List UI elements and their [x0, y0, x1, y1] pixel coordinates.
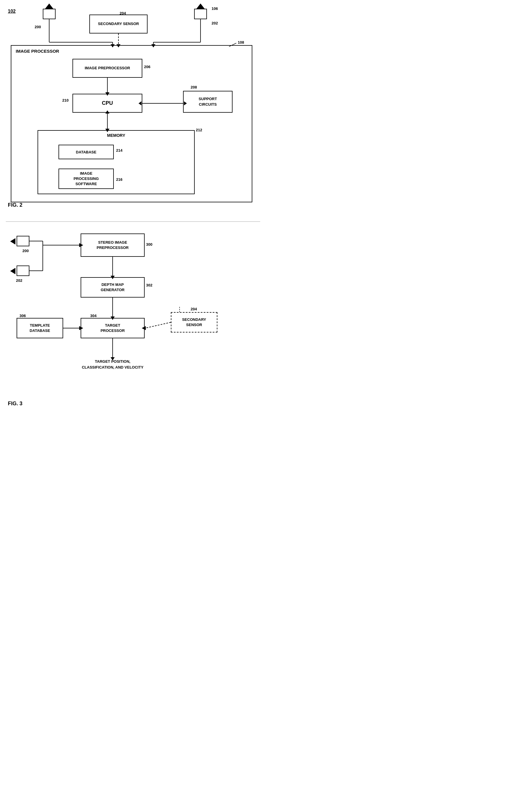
ref-208: 208 — [191, 85, 197, 89]
image-processor-label: IMAGE PROCESSOR — [16, 49, 59, 54]
ref-216: 216 — [116, 177, 122, 182]
ref-210: 210 — [62, 98, 69, 102]
camera-top-fig3 — [17, 236, 30, 246]
secondary-sensor-box-fig2: SECONDARY SENSOR — [89, 15, 148, 34]
fig2-diagram: 102 200 106 202 SECONDARY SENSOR 204 — [8, 9, 258, 210]
ref-300: 300 — [146, 242, 152, 247]
camera-left-fig2 — [43, 9, 56, 19]
support-circuits-box: SUPPORTCIRCUITS — [183, 91, 232, 113]
ref-204-fig3: 204 — [191, 307, 197, 311]
memory-label: MEMORY — [107, 133, 125, 138]
ref-202-fig2: 202 — [212, 21, 218, 25]
fig2-label: FIG. 2 — [8, 202, 22, 208]
ref-106: 106 — [212, 6, 218, 11]
ref-108: 108 — [238, 40, 244, 44]
target-processor-box: TARGETPROCESSOR — [81, 318, 145, 338]
ref-202-fig3: 202 — [16, 278, 22, 283]
ref-102: 102 — [8, 9, 16, 14]
fig3-label: FIG. 3 — [8, 400, 22, 407]
ref-304: 304 — [90, 314, 97, 318]
secondary-sensor-box-fig3: SECONDARYSENSOR — [171, 312, 217, 333]
output-label: TARGET POSITION, CLASSIFICATION, AND VEL… — [81, 359, 145, 370]
fig3-diagram: 200 202 STEREO IMAGEPREPROCESSOR 300 DEP… — [8, 228, 258, 408]
svg-line-31 — [145, 322, 171, 328]
depth-map-generator-box: DEPTH MAPGENERATOR — [81, 277, 145, 298]
memory-outer: MEMORY DATABASE 214 IMAGEPROCESSINGSOFTW… — [38, 130, 195, 194]
camera-bottom-fig3 — [17, 265, 30, 276]
camera-right-fig2 — [194, 9, 207, 19]
ref-212: 212 — [196, 128, 202, 132]
stereo-image-preprocessor-box: STEREO IMAGEPREPROCESSOR — [81, 233, 145, 257]
template-database-box: TEMPLATEDATABASE — [17, 318, 63, 338]
ref-206: 206 — [144, 64, 150, 69]
ref-302: 302 — [146, 283, 152, 287]
ref-200-fig3: 200 — [22, 249, 29, 253]
cpu-box: CPU — [73, 94, 142, 113]
image-preprocessor-box: IMAGE PREPROCESSOR — [73, 59, 142, 78]
database-box: DATABASE — [58, 145, 114, 159]
img-proc-sw-box: IMAGEPROCESSINGSOFTWARE — [58, 169, 114, 189]
image-processor-outer: IMAGE PROCESSOR IMAGE PREPROCESSOR 206 S… — [11, 45, 252, 202]
ref-306: 306 — [19, 314, 26, 318]
ref-200-fig2: 200 — [35, 25, 41, 29]
ref-204: 204 — [120, 11, 126, 15]
section-divider — [6, 221, 260, 222]
ref-214: 214 — [116, 148, 122, 153]
